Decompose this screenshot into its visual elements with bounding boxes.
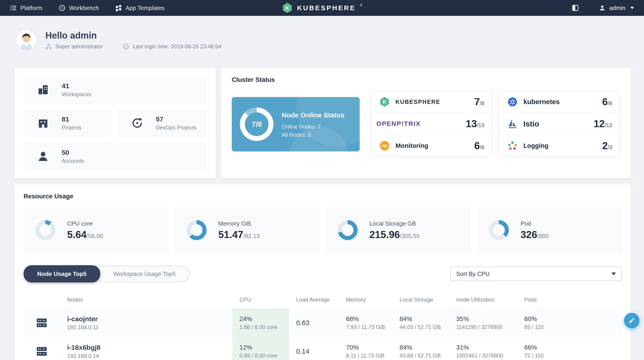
component-total: /3 [608, 144, 612, 150]
cpu-cell: 24% 1.88 / 8.00 core [232, 309, 289, 337]
projects-icon [36, 116, 50, 130]
stats-card: 41 Workspaces 81 Projects [14, 68, 216, 178]
pods-percent: 66% [524, 344, 622, 351]
node-online-panel[interactable]: 7/8 Node Online Status Online Nodes: 7 A… [232, 97, 360, 152]
node-ip: 192.168.0.11 [67, 324, 232, 330]
workspaces-icon [36, 83, 50, 96]
table-row[interactable]: i-16x6bgj8 192.168.0.14 12% 0.93 / 8.00 … [24, 337, 622, 360]
user-meta: Super administrator Last login time: 201… [45, 43, 221, 50]
last-login-label: Last login time: 2019-06-28 23:46:04 [133, 43, 221, 50]
storage-percent: 84% [400, 315, 449, 322]
nodes-table: Nodes CPU Load Average Memory Local Stor… [24, 293, 622, 360]
component-value: 6 [602, 96, 608, 108]
storage-cell: 84% 44.03 / 52.71 GB [392, 315, 449, 330]
nav-app-templates-label: App Templates [126, 4, 165, 12]
avatar[interactable] [16, 30, 37, 50]
last-login-meta: Last login time: 2019-06-28 23:46:04 [123, 43, 221, 50]
top-navbar: Platform Workbench App Templates K KUBES… [0, 0, 644, 16]
memory-cell: 68% 7.93 / 11.73 GiB [339, 315, 392, 330]
all-nodes-label: All Nodes: 8 [282, 132, 344, 138]
devops-tile[interactable]: 57 DevOps Projects [118, 109, 207, 138]
resource-metrics: CPU core 5.64/56.00 Memory GiB 51.47/82.… [24, 207, 622, 253]
devops-count: 57 [156, 116, 196, 123]
user-menu[interactable]: admin [599, 4, 634, 12]
docs-icon[interactable] [572, 4, 579, 12]
load-average: 0.14 [289, 348, 339, 355]
kubesphere-logo-icon: K [282, 2, 293, 14]
chevron-down-icon [630, 7, 634, 9]
component-monitoring[interactable]: Monitoring 6/6 [371, 135, 492, 156]
main-nav: Platform Workbench App Templates [10, 4, 164, 12]
platform-icon [10, 4, 17, 11]
cpu-metric[interactable]: CPU core 5.64/56.00 [24, 207, 168, 253]
component-value: 6 [474, 140, 480, 152]
tab-workspace-usage[interactable]: Workspace Usage Top5 [100, 266, 189, 282]
node-online-title: Node Online Status [282, 111, 344, 120]
nav-app-templates[interactable]: App Templates [115, 4, 165, 12]
memory-metric[interactable]: Memory GiB 51.47/82.13 [175, 207, 320, 253]
user-icon [599, 4, 606, 11]
accounts-icon [36, 150, 50, 163]
cpu-metric-label: CPU core [67, 220, 103, 227]
cpu-metric-value: 5.64 [67, 229, 86, 240]
cpu-detail: 1.88 / 8.00 core [240, 324, 289, 330]
role-meta: Super administrator [45, 43, 103, 50]
node-name[interactable]: i-caojnter [67, 315, 232, 323]
component-total: /12 [605, 122, 612, 128]
component-name: Monitoring [396, 142, 428, 150]
inode-cell: 31% 1002451 / 3276800 [449, 344, 517, 359]
sort-by-dropdown[interactable]: Sort By CPU [450, 266, 622, 281]
pod-metric[interactable]: Pod 326/880 [477, 207, 622, 253]
projects-tile[interactable]: 81 Projects [24, 109, 113, 138]
components-grid: K KUBESPHERE 7/8 OPENP!TRIX 13/13 [370, 91, 620, 157]
pods-detail: 65 / 110 [524, 324, 622, 330]
component-istio[interactable]: Istio 12/12 [499, 113, 620, 135]
role-label: Super administrator [55, 43, 103, 50]
projects-label: Projects [62, 124, 82, 131]
header-nodes: Nodes [60, 296, 232, 303]
sort-by-value: Sort By CPU [456, 270, 490, 278]
cpu-cell: 12% 0.93 / 8.00 core [232, 337, 289, 360]
header-inode: inode Utilization [449, 296, 517, 303]
table-row[interactable]: i-caojnter 192.168.0.11 24% 1.88 / 8.00 … [24, 308, 622, 337]
node-online-fraction: 7/8 [252, 120, 262, 128]
memory-metric-label: Memory GiB [218, 220, 260, 227]
component-kubesphere[interactable]: K KUBESPHERE 7/8 [371, 91, 492, 113]
storage-metric-value: 215.96 [370, 229, 400, 240]
monitoring-icon [378, 140, 391, 151]
brand-wordmark: KUBESPHERE [297, 4, 356, 12]
inode-percent: 35% [456, 315, 517, 322]
devops-icon [130, 116, 144, 130]
tab-node-usage[interactable]: Node Usage Top5 [24, 265, 100, 282]
component-openpitrix[interactable]: OPENP!TRIX 13/13 [371, 113, 492, 135]
component-total: /6 [608, 100, 612, 106]
storage-metric[interactable]: Local Storage GB 215.96/305.55 [326, 207, 471, 253]
pod-donut [489, 220, 509, 240]
component-kubernetes[interactable]: kubernetes 6/6 [499, 91, 620, 113]
inode-detail: 1141190 / 3276800 [456, 324, 517, 330]
node-name[interactable]: i-16x6bgj8 [67, 344, 232, 352]
memory-metric-value: 51.47 [218, 229, 243, 240]
app-templates-icon [115, 4, 122, 11]
component-value: 12 [594, 118, 605, 130]
logging-icon [506, 140, 519, 151]
memory-percent: 70% [346, 344, 392, 351]
table-header: Nodes CPU Load Average Memory Local Stor… [24, 293, 622, 306]
header-memory: Memory [339, 296, 392, 303]
table-controls: Node Usage Top5 Workspace Usage Top5 Sor… [24, 266, 622, 282]
nav-platform[interactable]: Platform [10, 4, 42, 12]
nav-workbench[interactable]: Workbench [59, 4, 99, 12]
pencil-icon [628, 317, 635, 324]
main-content: 41 Workspaces 81 Projects [0, 68, 644, 360]
accounts-count: 50 [62, 149, 84, 156]
pod-metric-total: /880 [537, 232, 549, 240]
storage-percent: 84% [400, 344, 449, 351]
inode-cell: 35% 1141190 / 3276800 [449, 315, 517, 330]
kubesphere-brand[interactable]: K KUBESPHERE ® [282, 2, 362, 14]
edit-fab-button[interactable] [624, 313, 640, 328]
component-logging[interactable]: Logging 2/3 [499, 135, 620, 156]
components-column-left: K KUBESPHERE 7/8 OPENP!TRIX 13/13 [370, 91, 492, 157]
workspaces-tile[interactable]: 41 Workspaces [24, 76, 207, 104]
nav-workbench-label: Workbench [69, 4, 99, 12]
accounts-tile[interactable]: 50 Accounts [24, 142, 207, 170]
